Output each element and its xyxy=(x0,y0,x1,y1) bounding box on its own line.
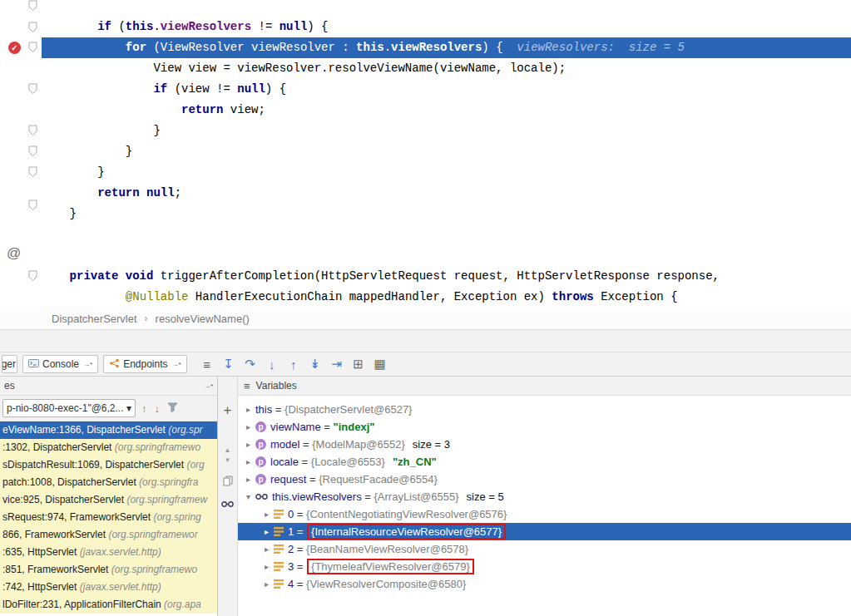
variable-row[interactable]: ▸pviewName = "indexj" xyxy=(238,418,851,436)
variable-value: {RequestFacade@6554} xyxy=(319,473,438,485)
variable-value: {Locale@6553} xyxy=(311,456,385,468)
fold-marker-icon[interactable] xyxy=(27,22,38,33)
fold-marker-icon[interactable] xyxy=(27,200,38,211)
tab-debugger[interactable]: Debugger xyxy=(2,355,17,373)
variable-row[interactable]: ▸0 = {ContentNegotiatingViewResolver@657… xyxy=(238,505,851,523)
force-step-into-icon[interactable]: ↡ xyxy=(304,355,326,373)
code-token: } xyxy=(153,124,160,137)
chevron-right-icon[interactable]: ▸ xyxy=(260,579,274,589)
frame-up-icon[interactable]: ↑ xyxy=(141,402,147,415)
code-token: null xyxy=(280,20,308,33)
code-token: . xyxy=(153,20,160,33)
debug-panels: es →* p-nio-8080-exec-1"@6,2... ▾ ↑↓ eVi… xyxy=(0,377,851,616)
chevron-right-icon[interactable]: ▸ xyxy=(260,562,274,571)
code-indent xyxy=(42,124,153,137)
variable-row[interactable]: ▸2 = {BeanNameViewResolver@6578} xyxy=(238,540,851,558)
tab-console[interactable]: Console→* xyxy=(22,355,98,373)
code-token: ) { xyxy=(482,41,517,54)
variable-row[interactable]: ▸3 = {ThymeleafViewResolver@6579} xyxy=(238,558,851,575)
stack-frame-row[interactable]: eViewName:1366, DispatcherServlet (org.s… xyxy=(0,421,217,439)
run-to-cursor-icon[interactable]: ⇥ xyxy=(326,355,348,373)
frame-down-icon[interactable]: ↓ xyxy=(155,402,161,415)
chevron-right-icon[interactable]: ▸ xyxy=(241,457,255,466)
stack-frame-row[interactable]: lDoFilter:231, ApplicationFilterChain (o… xyxy=(0,596,217,614)
stack-frame-row[interactable]: sDispatchResult:1069, DispatcherServlet … xyxy=(0,456,217,474)
variable-row[interactable]: ▸prequest = {RequestFacade@6554} xyxy=(238,471,851,488)
code-token: (view != xyxy=(167,82,237,96)
variable-row[interactable]: ▸this = {DispatcherServlet@6527} xyxy=(238,401,851,418)
variable-row[interactable]: ▸1 = {InternalResourceViewResolver@6577} xyxy=(238,523,851,540)
variable-name: this.viewResolvers xyxy=(272,490,362,503)
code-line: return null; xyxy=(42,183,851,204)
equals-sign: = xyxy=(294,578,306,590)
stack-frame-row[interactable]: :742, HttpServlet (javax.servlet.http) xyxy=(0,579,217,596)
copy-icon[interactable] xyxy=(220,473,235,488)
variable-row[interactable]: ▾this.viewResolvers = {ArrayList@6555}si… xyxy=(238,488,851,505)
tab-endpoints[interactable]: Endpoints→* xyxy=(103,355,187,373)
glasses-icon[interactable] xyxy=(220,496,235,511)
fold-marker-icon[interactable] xyxy=(27,166,38,178)
code-indent xyxy=(42,82,153,96)
chevron-right-icon[interactable]: ▸ xyxy=(260,510,274,519)
menu-icon[interactable]: ≡ xyxy=(244,380,250,392)
stack-frame-row[interactable]: vice:925, DispatcherServlet (org.springf… xyxy=(0,491,217,509)
scroll-down-icon[interactable]: ▼ xyxy=(220,455,235,465)
stack-frame-row[interactable]: patch:1008, DispatcherServlet (org.sprin… xyxy=(0,474,217,491)
add-watch-icon[interactable]: + xyxy=(220,403,235,418)
stack-frame-row[interactable]: :851, FrameworkServlet (org.springframew… xyxy=(0,561,217,579)
parameter-icon: p xyxy=(255,439,266,450)
fold-marker-icon[interactable] xyxy=(27,145,38,157)
code-token: ( xyxy=(111,20,126,33)
frame-location: :1302, DispatcherServlet xyxy=(2,441,115,453)
code-token: return xyxy=(181,103,223,116)
ide-window: ✓@ if (this.viewResolvers != null) { for… xyxy=(0,0,851,616)
chevron-down-icon: ▾ xyxy=(126,402,131,414)
breadcrumb-item[interactable]: resolveViewName() xyxy=(156,313,250,325)
fold-marker-icon[interactable] xyxy=(27,0,38,12)
scroll-up-icon[interactable]: ▲ xyxy=(220,445,235,455)
code-token: this xyxy=(356,41,384,54)
execution-line[interactable]: for (ViewResolver viewResolver : this.vi… xyxy=(42,37,851,58)
chevron-right-icon[interactable]: ▸ xyxy=(260,527,274,536)
stack-frame-row[interactable]: :635, HttpServlet (javax.servlet.http) xyxy=(0,544,217,561)
code-editor[interactable]: ✓@ if (this.viewResolvers != null) { for… xyxy=(0,0,851,308)
filter-icon[interactable] xyxy=(167,402,178,415)
chevron-right-icon[interactable]: ▸ xyxy=(260,545,274,554)
stack-frame-row[interactable]: sRequest:974, FrameworkServlet (org.spri… xyxy=(0,509,217,526)
variable-row[interactable]: ▸4 = {ViewResolverComposite@6580} xyxy=(238,575,851,593)
array-element-icon xyxy=(274,510,284,519)
stack-frame-row[interactable]: 866, FrameworkServlet (org.springframewo… xyxy=(0,526,217,544)
breakpoint-icon[interactable]: ✓ xyxy=(8,42,21,54)
step-out-icon[interactable]: ↑ xyxy=(283,355,304,373)
fold-marker-icon[interactable] xyxy=(27,125,38,136)
view-breakpoints-icon[interactable]: ⊞ xyxy=(348,355,369,373)
thread-selector[interactable]: p-nio-8080-exec-1"@6,2... ▾ xyxy=(2,399,136,417)
editor-gutter[interactable]: ✓@ xyxy=(0,0,42,308)
step-over-icon[interactable]: ↷ xyxy=(240,355,261,373)
layout-grid-icon[interactable]: ▦ xyxy=(369,355,391,373)
step-into-icon[interactable]: ↓ xyxy=(261,355,283,373)
layout-settings-icon[interactable]: ≡ xyxy=(196,355,218,373)
fold-marker-icon[interactable] xyxy=(27,42,38,53)
fold-marker-icon[interactable] xyxy=(27,270,38,282)
chevron-right-icon[interactable]: ▸ xyxy=(241,440,255,449)
variables-title: Variables xyxy=(256,380,297,392)
breadcrumb-item[interactable]: DispatcherServlet xyxy=(52,313,137,325)
code-token: null xyxy=(146,186,175,200)
chevron-right-icon[interactable]: ▸ xyxy=(241,475,255,484)
variable-row[interactable]: ▸pmodel = {ModelMap@6552}size = 3 xyxy=(238,436,851,453)
variable-size: size = 5 xyxy=(467,490,504,503)
stack-frame-row[interactable]: :1302, DispatcherServlet (org.springfram… xyxy=(0,439,217,456)
array-element-icon xyxy=(274,527,284,536)
variable-value: "indexj" xyxy=(334,421,375,433)
chevron-right-icon[interactable]: ▸ xyxy=(241,405,255,414)
fold-marker-icon[interactable] xyxy=(27,83,38,95)
chevron-down-icon[interactable]: ▾ xyxy=(241,492,255,501)
code-token: viewResolvers xyxy=(391,41,482,54)
frames-pin-icon[interactable]: →* xyxy=(204,382,213,390)
variable-row[interactable]: ▸plocale = {Locale@6553}"zh_CN" xyxy=(238,453,851,471)
frame-package: (org.springframewor xyxy=(108,529,197,540)
code-line: } xyxy=(42,162,851,183)
show-execution-point-icon[interactable]: ↧ xyxy=(218,355,240,373)
chevron-right-icon[interactable]: ▸ xyxy=(241,422,255,431)
